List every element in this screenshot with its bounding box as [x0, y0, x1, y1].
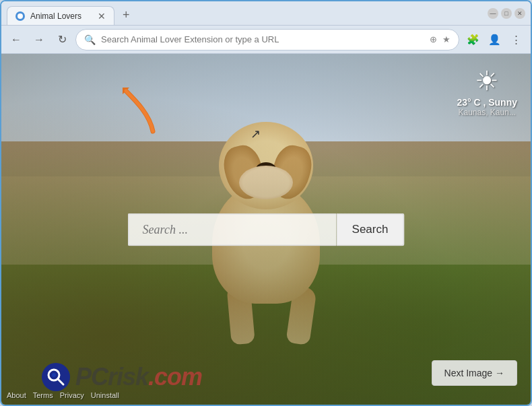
search-button[interactable]: Search: [337, 213, 405, 246]
bookmark-icon: ★: [442, 34, 451, 44]
toolbar-icons: 🧩 👤 ⋮: [463, 30, 525, 49]
weather-widget: ☀ 23° C , Sunny Kaunas, Kaun...: [457, 67, 517, 117]
profile-button[interactable]: 👤: [485, 30, 504, 49]
forward-button[interactable]: →: [30, 30, 48, 49]
next-image-button[interactable]: Next Image →: [432, 360, 517, 386]
footer-privacy[interactable]: Privacy: [60, 391, 84, 399]
address-bar[interactable]: 🔍 Search Animal Lover Extension or type …: [75, 29, 459, 50]
location-icon: ⊕: [430, 34, 437, 44]
search-widget: Search: [128, 213, 405, 246]
pcrisk-watermark: PCrisk.com: [42, 363, 202, 391]
menu-button[interactable]: ⋮: [506, 30, 525, 49]
pcrisk-text: PCrisk.com: [75, 363, 202, 391]
pcrisk-risk: risk: [108, 363, 148, 391]
title-bar: Animal Lovers ✕ + — □ ✕: [1, 1, 531, 26]
new-tab-button[interactable]: +: [117, 5, 135, 25]
weather-location: Kaunas, Kaun...: [457, 108, 517, 117]
back-button[interactable]: ←: [7, 30, 26, 49]
maximize-button[interactable]: □: [501, 8, 512, 19]
tab-area: Animal Lovers ✕ +: [7, 1, 482, 25]
address-input[interactable]: Search Animal Lover Extension or type a …: [101, 34, 424, 44]
footer-uninstall[interactable]: Uninstall: [91, 391, 119, 399]
footer-links: About Terms Privacy Uninstall: [7, 391, 119, 399]
tab-title: Animal Lovers: [30, 11, 81, 21]
close-button[interactable]: ✕: [514, 8, 525, 19]
browser-window: Animal Lovers ✕ + — □ ✕ ← → ↻ 🔍 Search A…: [0, 0, 532, 406]
footer-terms[interactable]: Terms: [33, 391, 53, 399]
toolbar: ← → ↻ 🔍 Search Animal Lover Extension or…: [1, 26, 531, 54]
extensions-button[interactable]: 🧩: [463, 30, 482, 49]
pcrisk-com: .com: [148, 363, 202, 391]
weather-temperature: 23° C , Sunny: [457, 97, 517, 108]
tab-close-button[interactable]: ✕: [98, 11, 106, 21]
footer-about[interactable]: About: [7, 391, 26, 399]
minimize-button[interactable]: —: [488, 8, 498, 19]
tab-favicon: [15, 11, 25, 21]
svg-point-3: [52, 373, 56, 377]
window-controls: — □ ✕: [488, 8, 525, 19]
active-tab[interactable]: Animal Lovers ✕: [7, 6, 114, 25]
page-content: ↗ ☀ 23° C , Sunny Kaunas, Kaun... Search…: [1, 54, 531, 405]
reload-button[interactable]: ↻: [53, 30, 71, 49]
pcrisk-logo-icon: [42, 363, 70, 391]
search-input[interactable]: [128, 213, 337, 246]
search-indicator-icon: 🔍: [84, 34, 96, 45]
sun-icon: ☀: [457, 67, 517, 94]
pcrisk-pc: PC: [75, 363, 108, 391]
svg-line-2: [58, 379, 63, 384]
